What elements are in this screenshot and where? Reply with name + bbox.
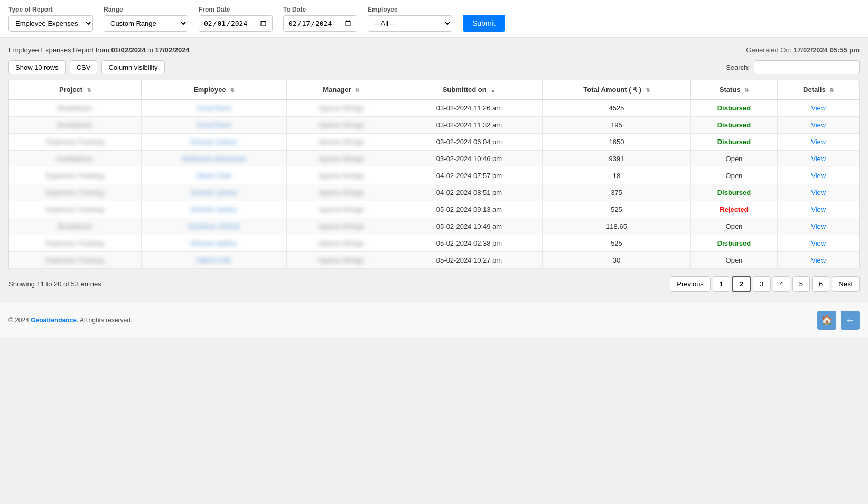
table-row: Breakdown Shubham Shinde Aparna Shinge 0… xyxy=(9,218,859,235)
sort-status-icon: ⇅ xyxy=(744,87,749,93)
sort-employee-icon: ⇅ xyxy=(230,87,234,93)
cell-employee[interactable]: Suraj Rana xyxy=(141,117,286,134)
cell-submitted-on: 05-02-2024 10:27 pm xyxy=(396,252,543,269)
table-row: Expenses Tracking Sheetal Jadhav Aparna … xyxy=(9,134,859,151)
cell-status: Disbursed xyxy=(690,184,778,201)
report-header: Employee Expenses Report from 01/02/2024… xyxy=(8,46,860,54)
cell-total-amount: 18 xyxy=(543,167,690,184)
col-status[interactable]: Status ⇅ xyxy=(690,80,778,99)
cell-total-amount: 30 xyxy=(543,252,690,269)
cell-total-amount: 525 xyxy=(543,201,690,218)
search-label: Search: xyxy=(726,63,750,71)
cell-status: Open xyxy=(690,151,778,167)
page-6-button[interactable]: 6 xyxy=(812,276,829,292)
page-2-button[interactable]: 2 xyxy=(732,276,751,292)
data-table: Project ⇅ Employee ⇅ Manager ⇅ Submitted… xyxy=(9,80,859,269)
cell-total-amount: 118.65 xyxy=(543,218,690,235)
page-5-button[interactable]: 5 xyxy=(792,276,810,292)
cell-manager: Aparna Shinge xyxy=(286,201,396,218)
type-of-report-select[interactable]: Employee Expenses xyxy=(8,15,93,32)
previous-button[interactable]: Previous xyxy=(670,276,711,292)
cell-details[interactable]: View xyxy=(778,252,859,269)
cell-submitted-on: 04-02-2024 08:51 pm xyxy=(396,184,543,201)
range-field: Range Custom Range xyxy=(104,6,188,32)
cell-details[interactable]: View xyxy=(778,184,859,201)
cell-total-amount: 4525 xyxy=(543,99,690,117)
cell-project: Breakdown xyxy=(9,218,141,235)
to-date-label: To Date xyxy=(283,6,357,13)
col-manager[interactable]: Manager ⇅ xyxy=(286,80,396,99)
next-button[interactable]: Next xyxy=(832,276,860,292)
cell-manager: Aparna Shinge xyxy=(286,134,396,151)
cell-status: Disbursed xyxy=(690,235,778,252)
cell-employee[interactable]: Sheetal Jadhav xyxy=(141,235,286,252)
type-of-report-label: Type of Report xyxy=(8,6,93,13)
from-date-input[interactable] xyxy=(199,15,273,32)
search-input[interactable] xyxy=(754,60,860,74)
from-date-label: From Date xyxy=(199,6,273,13)
cell-manager: Aparna Shinge xyxy=(286,252,396,269)
submit-button[interactable]: Submit xyxy=(463,15,505,32)
col-total-amount[interactable]: Total Amount ( ₹ ) ⇅ xyxy=(543,80,690,99)
cell-details[interactable]: View xyxy=(778,235,859,252)
cell-employee[interactable]: Sheetal Jadhav xyxy=(141,184,286,201)
table-row: Expenses Tracking Nilesh Patil Aparna Sh… xyxy=(9,167,859,184)
cell-project: Expenses Tracking xyxy=(9,134,141,151)
col-employee[interactable]: Employee ⇅ xyxy=(141,80,286,99)
range-select[interactable]: Custom Range xyxy=(104,15,188,32)
cell-submitted-on: 05-02-2024 02:38 pm xyxy=(396,235,543,252)
cell-employee[interactable]: Siddhanth Mukherjee xyxy=(141,151,286,167)
cell-project: Installations xyxy=(9,151,141,167)
cell-submitted-on: 03-02-2024 06:04 pm xyxy=(396,134,543,151)
cell-submitted-on: 05-02-2024 09:13 am xyxy=(396,201,543,218)
table-row: Installations Siddhanth Mukherjee Aparna… xyxy=(9,151,859,167)
cell-employee[interactable]: Shubham Shinde xyxy=(141,218,286,235)
cell-manager: Aparna Shinge xyxy=(286,167,396,184)
sort-project-icon: ⇅ xyxy=(87,87,91,93)
range-label: Range xyxy=(104,6,188,13)
cell-details[interactable]: View xyxy=(778,99,859,117)
cell-details[interactable]: View xyxy=(778,218,859,235)
cell-employee[interactable]: Suraj Rana xyxy=(141,99,286,117)
toolbar: Show 10 rows CSV Column visibility Searc… xyxy=(8,60,860,74)
cell-manager: Aparna Shinge xyxy=(286,218,396,235)
cell-total-amount: 525 xyxy=(543,235,690,252)
column-visibility-button[interactable]: Column visibility xyxy=(101,60,164,74)
cell-details[interactable]: View xyxy=(778,134,859,151)
cell-employee[interactable]: Nilesh Patil xyxy=(141,252,286,269)
show-rows-button[interactable]: Show 10 rows xyxy=(8,60,66,74)
cell-details[interactable]: View xyxy=(778,167,859,184)
csv-button[interactable]: CSV xyxy=(70,60,98,74)
cell-employee[interactable]: Sheetal Jadhav xyxy=(141,201,286,218)
cell-details[interactable]: View xyxy=(778,201,859,218)
generated-on: Generated On: 17/02/2024 05:55 pm xyxy=(746,46,860,54)
page-3-button[interactable]: 3 xyxy=(753,276,770,292)
back-button[interactable]: ← xyxy=(841,311,860,330)
sort-submitted-icon: ▲ xyxy=(490,87,496,93)
cell-status: Disbursed xyxy=(690,117,778,134)
footer-icons: 🏠 ← xyxy=(817,311,860,330)
cell-total-amount: 375 xyxy=(543,184,690,201)
cell-employee[interactable]: Sheetal Jadhav xyxy=(141,134,286,151)
page-1-button[interactable]: 1 xyxy=(713,276,730,292)
home-button[interactable]: 🏠 xyxy=(817,311,836,330)
cell-manager: Aparna Shinge xyxy=(286,184,396,201)
showing-text: Showing 11 to 20 of 53 entries xyxy=(8,280,101,288)
cell-details[interactable]: View xyxy=(778,117,859,134)
cell-submitted-on: 03-02-2024 10:46 pm xyxy=(396,151,543,167)
cell-total-amount: 1650 xyxy=(543,134,690,151)
cell-total-amount: 9391 xyxy=(543,151,690,167)
col-details[interactable]: Details ⇅ xyxy=(778,80,859,99)
employee-select[interactable]: -- All -- xyxy=(368,15,452,32)
top-bar: Type of Report Employee Expenses Range C… xyxy=(0,0,868,38)
page-4-button[interactable]: 4 xyxy=(773,276,790,292)
cell-employee[interactable]: Nilesh Patil xyxy=(141,167,286,184)
sort-manager-icon: ⇅ xyxy=(355,87,359,93)
to-date-input[interactable] xyxy=(283,15,357,32)
footer: © 2024 Geoattendance. All rights reserve… xyxy=(0,303,868,337)
col-project[interactable]: Project ⇅ xyxy=(9,80,141,99)
cell-project: Expenses Tracking xyxy=(9,252,141,269)
col-submitted-on[interactable]: Submitted on ▲ xyxy=(396,80,543,99)
cell-details[interactable]: View xyxy=(778,151,859,167)
cell-project: Breakdown xyxy=(9,99,141,117)
